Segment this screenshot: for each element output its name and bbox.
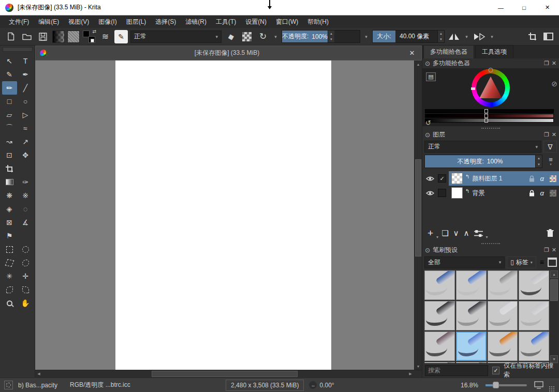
layer-opacity-slider[interactable]: 不透明度: 100% ▲▼ (424, 155, 542, 168)
scroll-right-icon[interactable]: ▶ (407, 370, 414, 378)
tool-bezier-select[interactable] (2, 283, 17, 296)
tool-gradient[interactable] (2, 175, 17, 189)
tool-freehand-path[interactable]: ≈ (18, 122, 33, 135)
menu-item-0[interactable]: 文件(F) (4, 16, 34, 28)
reload-preset-button[interactable]: ↻ (256, 30, 270, 43)
layer-thumbnail[interactable] (451, 187, 463, 199)
picker-settings-icon[interactable]: ▤ (426, 72, 436, 81)
layer-visibility-icon[interactable] (425, 176, 435, 182)
menu-item-10[interactable]: 帮助(H) (303, 16, 333, 28)
tool-measure[interactable]: ∡ (18, 216, 33, 229)
brush-preset-2[interactable] (488, 270, 518, 300)
wrap-caret-icon[interactable]: ▾ (489, 34, 495, 39)
tool-polyline[interactable]: ▷ (18, 108, 33, 122)
layer-lock-icon[interactable] (529, 175, 535, 182)
preset-scrollbar[interactable]: ▲ ▼ (550, 270, 558, 363)
opacity-spin-buttons[interactable]: ▲▼ (328, 31, 334, 42)
opacity-caret-icon[interactable]: ▾ (363, 34, 370, 39)
properties-caret-icon[interactable]: ▾ (486, 235, 488, 239)
layer-row-0[interactable]: ✓↰颜料图层 1α (422, 171, 559, 186)
tool-fill[interactable]: ◈ (2, 202, 17, 216)
preset-filter-select[interactable]: 全部 ▾ (424, 257, 505, 268)
horizontal-scrollbar[interactable]: ◀ ▶ (35, 370, 414, 378)
fit-screen-icon[interactable] (534, 381, 543, 389)
brush-preview-icon[interactable] (4, 381, 13, 389)
pattern-swatch[interactable] (67, 31, 80, 43)
tool-ellipse-select[interactable] (18, 243, 33, 256)
menu-item-1[interactable]: 编辑(E) (34, 16, 64, 28)
canvas[interactable] (115, 61, 331, 370)
open-document-button[interactable] (20, 30, 34, 43)
layer-filter-button[interactable]: ∇ (543, 141, 557, 153)
tool-select-shapes[interactable]: ↖ (2, 54, 17, 68)
reload-caret-icon[interactable]: ▾ (272, 34, 279, 39)
advanced-color-selector[interactable]: ▤ ⊘ ↺ (422, 68, 559, 126)
float-docker-icon[interactable]: ❐ (544, 60, 549, 67)
preset-menu-button[interactable]: ≡ (538, 256, 546, 268)
layer-checkbox[interactable] (438, 189, 446, 197)
document-close-button[interactable]: ✕ (407, 49, 417, 57)
color-slider-1[interactable] (425, 109, 554, 113)
preset-scroll-thumb[interactable] (550, 279, 558, 301)
saturation-value-triangle[interactable] (477, 76, 504, 101)
brush-preset-4[interactable] (424, 301, 455, 330)
canvas-viewport[interactable] (35, 61, 414, 370)
layer-name[interactable]: 背景 (472, 189, 523, 198)
menu-item-8[interactable]: 设置(N) (241, 16, 271, 28)
add-layer-button[interactable]: + (426, 227, 435, 239)
menu-item-4[interactable]: 图层(L) (122, 16, 151, 28)
tool-similar-color-select[interactable]: ✳ (2, 269, 17, 283)
brush-preset-6[interactable] (488, 301, 518, 330)
layer-blend-mode-select[interactable]: 正常 ▾ (424, 141, 541, 153)
mirror-horizontal-button[interactable] (447, 30, 461, 43)
toolbox-grip[interactable] (3, 47, 33, 52)
tool-multibrush[interactable]: ↗ (18, 135, 33, 148)
zoom-slider[interactable] (486, 384, 527, 386)
color-profile-label[interactable]: RGB/透明度 ...btrc.icc (70, 381, 130, 389)
brush-preset-5[interactable] (456, 301, 487, 330)
layer-inherit-alpha-icon[interactable] (550, 175, 556, 182)
move-layer-down-button[interactable]: ∨ (452, 227, 461, 239)
preset-search-input[interactable] (425, 365, 488, 376)
preserve-alpha-button[interactable] (240, 30, 254, 43)
tool-polygon-select[interactable] (2, 256, 17, 269)
tool-colorize-mask[interactable]: ※ (18, 189, 33, 202)
new-document-button[interactable] (4, 30, 18, 43)
minimize-button[interactable]: — (489, 0, 512, 15)
layers-header[interactable]: ⊙ 图层 ❐ ✕ (422, 130, 559, 140)
brush-preset-0[interactable] (424, 270, 455, 300)
horizontal-scroll-thumb[interactable] (152, 371, 298, 377)
brush-size-spinbox[interactable]: 大小: 40.00 像素 ▲▼ (372, 30, 445, 43)
maximize-button[interactable]: □ (512, 0, 536, 15)
lock-icon[interactable]: ⊙ (425, 247, 430, 254)
rotation-value[interactable]: 0.00° (319, 382, 334, 389)
tool-freehand-select[interactable] (18, 256, 33, 269)
blending-mode-select[interactable]: 正常 ▾ (130, 31, 222, 43)
zoom-slider-thumb[interactable] (493, 382, 499, 388)
layer-properties-button[interactable] (473, 227, 484, 239)
tool-color-sampler[interactable]: ✑ (18, 175, 33, 189)
document-titlebar[interactable]: [未保存图像] (33.5 MiB) ✕ (35, 46, 422, 61)
tool-rect-select[interactable] (2, 243, 17, 256)
float-docker-icon[interactable]: ❐ (544, 131, 549, 138)
add-layer-caret-icon[interactable]: ▾ (436, 235, 438, 239)
tool-transform[interactable]: ⊡ (2, 148, 17, 162)
current-preset-label[interactable]: b) Bas...pacity (18, 382, 57, 389)
menu-item-7[interactable]: 工具(T) (211, 16, 241, 28)
tool-bezier-curve[interactable]: ⌒ (2, 122, 17, 135)
close-docker-icon[interactable]: ✕ (552, 247, 556, 253)
brush-preset-11[interactable] (519, 331, 549, 361)
tool-ellipse[interactable]: ○ (18, 95, 33, 108)
layer-lock-icon[interactable] (529, 190, 535, 197)
layer-alpha-icon[interactable]: α (540, 175, 544, 183)
vertical-scrollbar[interactable]: ▲ ▼ (414, 61, 422, 370)
layer-thumbnail[interactable] (451, 173, 463, 184)
canvas-rotation-icon[interactable]: ↔ (309, 381, 317, 389)
tool-zoom[interactable] (2, 296, 17, 310)
image-size-label[interactable]: 2,480 x 3,508 (33.5 MiB) (226, 380, 304, 391)
tool-assistants[interactable]: ⚑ (2, 229, 17, 243)
docker-splitter[interactable] (422, 242, 559, 245)
menu-item-5[interactable]: 选择(S) (151, 16, 181, 28)
brush-preset-1[interactable] (456, 270, 487, 300)
brush-preset-10[interactable] (488, 331, 518, 361)
